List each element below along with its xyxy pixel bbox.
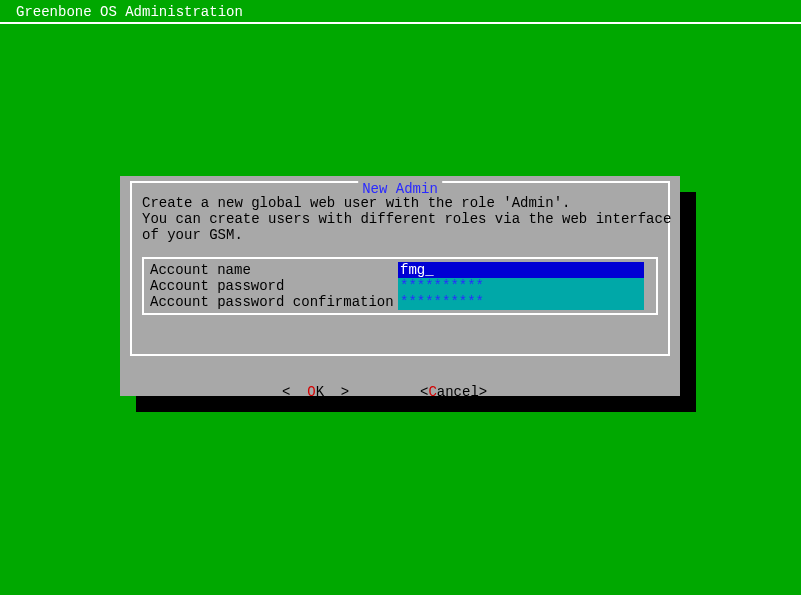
header-divider	[0, 22, 801, 24]
account-password-confirm-row: Account password confirmation **********	[150, 294, 650, 310]
account-password-row: Account password **********	[150, 278, 650, 294]
dialog-content: Create a new global web user with the ro…	[132, 183, 668, 325]
account-password-confirm-input[interactable]: **********	[398, 294, 644, 310]
account-password-confirm-label: Account password confirmation	[150, 294, 398, 310]
description-line-3: of your GSM.	[142, 227, 658, 243]
new-admin-dialog: New Admin Create a new global web user w…	[120, 176, 680, 396]
ok-button[interactable]: < OK >	[282, 384, 349, 400]
page-title: Greenbone OS Administration	[16, 4, 243, 20]
dialog-title: New Admin	[358, 181, 442, 197]
dialog-border: New Admin Create a new global web user w…	[130, 181, 670, 356]
account-name-input[interactable]: fmg_	[398, 262, 644, 278]
cancel-bracket-after: ancel>	[437, 384, 487, 400]
cancel-button[interactable]: <Cancel>	[420, 384, 487, 400]
cancel-hotkey: C	[428, 384, 436, 400]
form-box: Account name fmg_ Account password *****…	[142, 257, 658, 315]
ok-hotkey: O	[307, 384, 315, 400]
ok-bracket-before: <	[282, 384, 307, 400]
account-password-label: Account password	[150, 278, 398, 294]
description-line-1: Create a new global web user with the ro…	[142, 195, 658, 211]
description-line-2: You can create users with different role…	[142, 211, 658, 227]
account-name-label: Account name	[150, 262, 398, 278]
account-password-input[interactable]: **********	[398, 278, 644, 294]
ok-bracket-after: K >	[316, 384, 350, 400]
account-name-row: Account name fmg_	[150, 262, 650, 278]
